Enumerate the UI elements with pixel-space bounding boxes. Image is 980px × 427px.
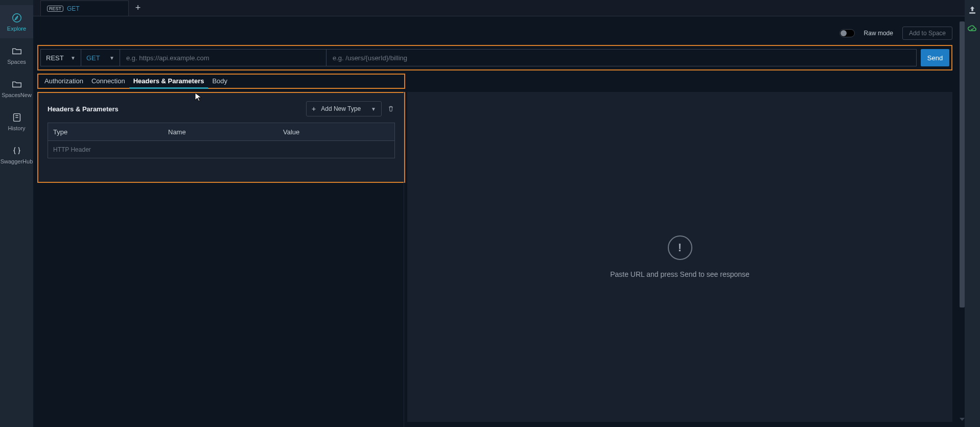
raw-mode-toggle[interactable]	[839, 29, 855, 37]
cell-type-placeholder[interactable]: HTTP Header	[48, 141, 163, 158]
response-empty-message: Paste URL and press Send to see response	[610, 270, 750, 278]
add-to-space-button[interactable]: Add to Space	[902, 27, 952, 40]
add-new-type-button[interactable]: + Add New Type ▼	[306, 101, 382, 116]
sidebar-item-label: SpacesNew	[2, 92, 32, 98]
alert-icon: !	[668, 235, 692, 260]
sidebar-item-label: History	[8, 125, 25, 131]
tab-method-label: GET	[67, 5, 80, 12]
headers-parameters-panel: Headers & Parameters + Add New Type ▼ Ty…	[37, 92, 405, 183]
path-input[interactable]	[326, 49, 917, 66]
compass-icon	[11, 12, 22, 23]
cell-value[interactable]	[278, 141, 394, 158]
plus-icon: +	[312, 105, 316, 113]
right-rail	[965, 0, 980, 427]
trash-icon[interactable]	[387, 105, 395, 113]
sidebar: Explore Spaces SpacesNew History Swagger…	[0, 0, 33, 427]
tab-headers-parameters[interactable]: Headers & Parameters	[129, 74, 208, 88]
add-new-type-label: Add New Type	[321, 105, 361, 112]
response-area: ! Paste URL and press Send to see respon…	[407, 92, 952, 422]
send-button[interactable]: Send	[921, 49, 949, 66]
headers-table: Type Name Value HTTP Header	[48, 123, 395, 158]
sidebar-item-spaces[interactable]: Spaces	[0, 38, 33, 72]
request-row: REST ▼ GET ▼ Send	[37, 45, 952, 70]
config-tabs: Authorization Connection Headers & Param…	[37, 74, 405, 89]
sidebar-item-label: Explore	[7, 26, 26, 32]
cell-name[interactable]	[163, 141, 278, 158]
protocol-value: REST	[46, 54, 64, 62]
pane-divider[interactable]	[404, 92, 404, 427]
tab-protocol-badge: REST	[47, 6, 63, 12]
tab-connection[interactable]: Connection	[87, 74, 129, 88]
sidebar-item-label: Spaces	[7, 59, 26, 65]
brackets-icon	[11, 145, 22, 156]
history-icon	[11, 112, 22, 123]
raw-mode-label: Raw mode	[864, 30, 893, 37]
col-type: Type	[48, 123, 163, 140]
svg-rect-5	[969, 12, 975, 13]
tab-body[interactable]: Body	[208, 74, 231, 88]
protocol-dropdown[interactable]: REST ▼	[40, 49, 81, 66]
svg-marker-1	[15, 16, 17, 19]
main-area: Raw mode Add to Space REST ▼ GET ▼ Send …	[33, 16, 965, 427]
tab-bar: REST GET +	[33, 0, 980, 16]
header-controls: Raw mode Add to Space	[839, 26, 952, 41]
table-header: Type Name Value	[48, 123, 394, 140]
sidebar-item-spacesnew[interactable]: SpacesNew	[0, 72, 33, 105]
folder-icon	[11, 45, 22, 57]
new-tab-button[interactable]: +	[129, 0, 147, 16]
chevron-down-icon: ▼	[109, 55, 114, 61]
scrollbar-thumb[interactable]	[960, 21, 965, 307]
col-name: Name	[163, 123, 278, 140]
tab-authorization[interactable]: Authorization	[40, 74, 87, 88]
col-value: Value	[278, 123, 394, 140]
folder-icon	[11, 79, 22, 90]
sidebar-item-explore[interactable]: Explore	[0, 5, 33, 38]
upload-icon[interactable]	[967, 5, 977, 15]
method-dropdown[interactable]: GET ▼	[81, 49, 120, 66]
tab-request[interactable]: REST GET	[40, 1, 129, 16]
method-value: GET	[86, 54, 100, 62]
chevron-down-icon: ▼	[371, 106, 376, 112]
cloud-sync-icon[interactable]	[967, 23, 977, 34]
chevron-down-icon: ▼	[71, 55, 76, 61]
scrollbar[interactable]	[960, 21, 965, 422]
sidebar-item-label: SwaggerHub	[1, 158, 33, 164]
sidebar-item-swaggerhub[interactable]: SwaggerHub	[0, 138, 33, 171]
table-row[interactable]: HTTP Header	[48, 140, 394, 158]
sidebar-item-history[interactable]: History	[0, 105, 33, 138]
panel-title: Headers & Parameters	[48, 105, 119, 113]
base-url-input[interactable]	[120, 49, 326, 66]
